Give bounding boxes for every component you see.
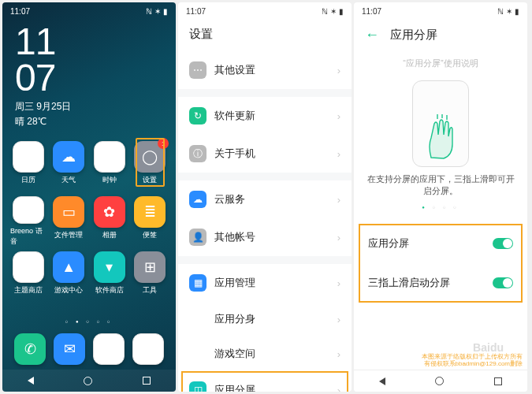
row-label: 关于手机 [214,147,337,161]
other-icon: ⋯ [189,61,206,79]
status-time: 11:07 [10,7,30,16]
app-calendar[interactable]: 25日历 [10,141,47,191]
titlebar: ← 应用分屏 [354,17,527,53]
about-icon: ⓘ [189,145,206,162]
chevron-right-icon: › [337,110,340,122]
date-text: 周三 9月25日 [15,100,163,113]
app-appstore[interactable]: ▾软件商店 [91,251,128,302]
files-icon: ▭ [53,196,84,228]
app-breeno[interactable]: ◔Breeno 语音 [10,196,47,247]
toggle-switch[interactable] [493,238,513,249]
app-label: 天气 [61,175,76,185]
splitscreen-icon: ◫ [189,381,206,392]
highlight-box [136,138,166,187]
nav-home-icon[interactable] [435,377,444,385]
app-weather[interactable]: ☁天气 [51,141,87,191]
section-gap [178,256,352,264]
row-label: 云服务 [214,192,337,206]
breeno-icon: ◔ [13,196,44,224]
statusbar: 11:07 ℕ ✶ ▮ [354,2,527,17]
message-icon: ✉ [54,333,85,365]
home-screen: 11:07 ℕ ✶ ▮ 11 07 周三 9月25日 晴 28℃ 25日历☁天气… [2,2,176,392]
status-icons: ℕ ✶ ▮ [322,7,344,16]
row-cloud[interactable]: ☁云服务› [178,180,352,218]
app-clock[interactable]: ⏲时钟 [91,141,128,191]
toggle-switch[interactable] [493,277,513,288]
toggle-label: 三指上滑启动分屏 [368,276,493,290]
nav-back-icon[interactable] [379,377,385,385]
settings-screen: 11:07 ℕ ✶ ▮ 设置 ⋯其他设置›↻软件更新›ⓘ关于手机›☁云服务›👤其… [178,2,352,392]
settings-list: ⋯其他设置›↻软件更新›ⓘ关于手机›☁云服务›👤其他帐号›▦应用管理›应用分身›… [178,51,352,392]
app-settings[interactable]: ◯1设置 [132,141,169,191]
toggle-three-finger[interactable]: 三指上滑启动分屏 [354,263,527,303]
weather-text: 晴 28℃ [15,115,163,128]
row-label: 应用分身 [214,312,337,326]
dock-camera[interactable]: ◉ [132,333,164,365]
dock-browser[interactable]: ◐ [93,333,125,365]
app-label: 便签 [143,230,157,240]
page-indicator: ○ ● ○ ○ ○ [2,316,176,327]
dock-phone[interactable]: ✆ [14,333,46,365]
tools-icon: ⊞ [134,251,166,283]
row-update[interactable]: ↻软件更新› [178,97,352,135]
app-label: 相册 [102,230,117,240]
cloud-icon: ☁ [189,191,206,208]
theme-icon: ♣ [13,251,44,283]
nav-back-icon[interactable] [28,377,34,385]
app-files[interactable]: ▭文件管理 [51,196,87,247]
row-accounts[interactable]: 👤其他帐号› [178,218,352,256]
chevron-right-icon: › [337,277,340,289]
status-time: 11:07 [186,7,206,16]
app-notes[interactable]: ≣便签 [132,196,169,247]
watermark-text: 本图来源于络版权归于上传权方所有 有侵权联系bbadmin@129.com删除 [422,353,523,368]
nav-recent-icon[interactable] [143,377,151,385]
dock-message[interactable]: ✉ [54,333,85,365]
nav-recent-icon[interactable] [494,377,502,385]
dock: ✆✉◐◉ [2,327,176,370]
row-gamespace[interactable]: 游戏空间› [178,336,352,371]
instruction-text: 在支持分屏的应用下，三指上滑即可开启分屏。 [365,173,516,197]
chevron-right-icon: › [337,348,340,360]
split-screen-settings: 11:07 ℕ ✶ ▮ ← 应用分屏 “应用分屏”使用说明 在支持分屏的应用下，… [354,2,527,392]
app-photos[interactable]: ✿相册 [91,196,128,247]
app-theme[interactable]: ♣主题商店 [10,251,47,302]
app-label: 文件管理 [54,230,83,240]
app-label: 主题商店 [14,285,43,296]
back-icon[interactable]: ← [365,27,379,43]
app-label: 工具 [143,285,157,296]
app-label: 软件商店 [95,285,124,296]
appmgmt-icon: ▦ [189,274,206,292]
appstore-icon: ▾ [94,251,125,283]
row-splitscreen[interactable]: ◫应用分屏› [178,371,352,392]
row-label: 游戏空间 [214,347,337,361]
gesture-illustration [412,80,469,167]
chevron-right-icon: › [337,385,340,392]
notes-icon: ≣ [134,196,166,228]
chevron-right-icon: › [337,314,340,325]
page-title: 应用分屏 [390,28,437,43]
watermark-logo: Baidu [473,341,504,354]
calendar-icon: 25 [13,141,44,173]
app-tools[interactable]: ⊞工具 [132,251,169,302]
row-other[interactable]: ⋯其他设置› [178,51,352,89]
nav-home-icon[interactable] [84,377,92,385]
weather-icon: ☁ [53,141,84,173]
app-gamecenter[interactable]: ▲游戏中心 [51,251,87,302]
toggle-enable-split[interactable]: 应用分屏 [354,224,527,263]
statusbar: 11:07 ℕ ✶ ▮ [178,2,352,17]
app-label: 游戏中心 [54,285,83,296]
status-icons: ℕ ✶ ▮ [497,7,519,16]
chevron-right-icon: › [337,65,340,76]
photos-icon: ✿ [94,196,125,228]
camera-icon: ◉ [132,333,164,365]
gamecenter-icon: ▲ [53,251,84,283]
row-appmgmt[interactable]: ▦应用管理› [178,264,352,302]
row-about[interactable]: ⓘ关于手机› [178,135,352,173]
app-label: Breeno 语音 [10,226,47,247]
titlebar: 设置 [178,17,352,51]
instruction-area: “应用分屏”使用说明 在支持分屏的应用下，三指上滑即可开启分屏。 ● ○ ○ ○ [354,53,527,210]
row-appclone[interactable]: 应用分身› [178,302,352,336]
row-label: 软件更新 [214,109,337,123]
nav-bar [354,370,527,392]
status-icons: ℕ ✶ ▮ [146,7,168,16]
